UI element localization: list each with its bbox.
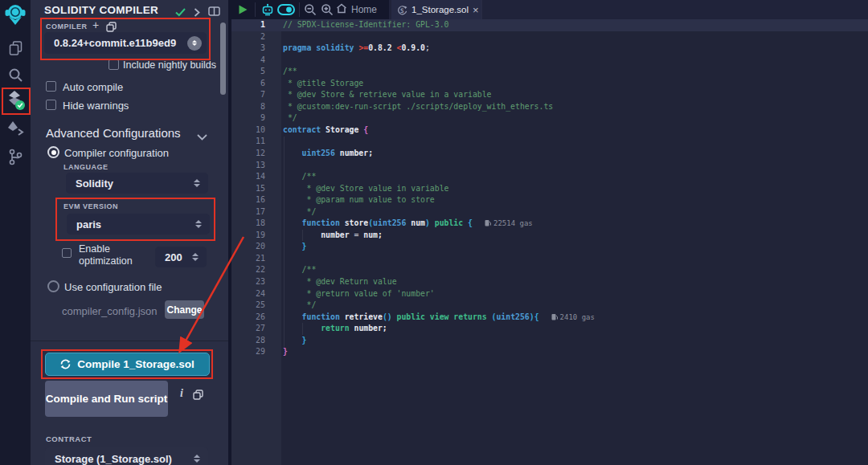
code-text: return number;: [281, 323, 387, 335]
info-icon[interactable]: i: [180, 387, 183, 400]
code-text: }: [281, 335, 307, 347]
tab-1-storage-sol[interactable]: S 1_Storage.sol ×: [391, 0, 482, 19]
compiler-configuration-label: Compiler configuration: [64, 147, 169, 159]
runs-stepper-icon: [191, 253, 199, 261]
code-line: 4: [231, 55, 868, 67]
line-number: 17: [231, 206, 281, 218]
solidity-compiler-icon[interactable]: [0, 89, 31, 111]
sol-icon-letter: S: [400, 6, 404, 14]
hide-warnings-label: Hide warnings: [63, 100, 129, 112]
compiled-check-icon: [175, 6, 186, 20]
panel-scrollbar[interactable]: [220, 22, 226, 95]
code-line: 23 * @dev Return value: [231, 276, 868, 288]
line-number: 5: [231, 66, 281, 78]
code-text: [281, 253, 283, 265]
toolbar-separator: [299, 2, 300, 17]
file-explorer-icon[interactable]: [0, 40, 31, 55]
pin-panel-icon[interactable]: [208, 5, 220, 19]
line-number: 21: [231, 253, 281, 265]
line-number: 18: [231, 218, 281, 230]
code-lines: 1// SPDX-License-Identifier: GPL-3.023pr…: [231, 19, 868, 358]
compiler-configuration-radio[interactable]: [47, 146, 59, 158]
chevron-down-icon[interactable]: [197, 129, 207, 144]
panel-divider: [31, 341, 228, 341]
solidity-compiler-panel: SOLIDITY COMPILER COMPILER + 0.8.24+comm…: [31, 0, 228, 465]
line-number: 20: [231, 241, 281, 253]
compile-button[interactable]: Compile 1_Storage.sol: [45, 353, 210, 376]
code-line: 22 /**: [231, 264, 868, 276]
code-line: 10contract Storage {: [231, 124, 868, 137]
code-text: // SPDX-License-Identifier: GPL-3.0: [281, 19, 448, 31]
auto-compile-checkbox[interactable]: [46, 81, 56, 92]
editor-top-bar: Home S 1_Storage.sol ×: [228, 0, 868, 19]
code-text: * @dev Store value in variable: [281, 183, 448, 195]
remix-logo-icon[interactable]: [0, 3, 31, 26]
hide-warnings-checkbox[interactable]: [46, 100, 56, 110]
evm-version-select[interactable]: paris: [67, 214, 210, 235]
change-config-button[interactable]: Change: [165, 300, 204, 319]
advanced-configurations-title[interactable]: Advanced Configurations: [46, 126, 181, 140]
line-number: 23: [231, 276, 281, 288]
evm-version-label: EVM VERSION: [63, 202, 118, 210]
nightly-builds-checkbox[interactable]: [108, 59, 119, 70]
code-line: 12 uint256 number;: [231, 148, 868, 160]
line-number: 2: [231, 31, 281, 43]
code-line: 28 }: [231, 335, 868, 347]
add-compiler-icon[interactable]: +: [92, 18, 99, 31]
compiler-label: COMPILER: [46, 22, 88, 31]
icon-rail: [0, 0, 31, 465]
compiler-version-select[interactable]: 0.8.24+commit.e11b9ed9: [44, 32, 207, 54]
code-text: function retrieve() public view returns …: [281, 312, 595, 324]
line-number: 10: [231, 124, 281, 137]
code-text: * @custom:dev-run-script ./scripts/deplo…: [281, 101, 553, 113]
deploy-run-icon[interactable]: [0, 120, 31, 136]
code-text: [281, 55, 283, 67]
optimization-runs-select[interactable]: 200: [155, 247, 207, 267]
line-number: 28: [231, 335, 281, 347]
code-line: 6 * @title Storage: [231, 78, 868, 90]
solidity-file-icon: S: [397, 5, 407, 15]
evm-stepper-icon: [194, 220, 203, 228]
code-line: 16 * @param num value to store: [231, 194, 868, 206]
code-line: 14 /**: [231, 171, 868, 183]
code-line: 29}: [231, 346, 868, 358]
zoom-in-icon[interactable]: [321, 3, 334, 19]
zoom-out-icon[interactable]: [304, 3, 317, 19]
code-text: }: [281, 241, 307, 253]
line-number: 22: [231, 264, 281, 276]
ai-toggle-icon[interactable]: [277, 4, 295, 18]
language-value: Solidity: [66, 177, 193, 190]
ai-assistant-robot-icon[interactable]: [261, 3, 274, 19]
code-text: */: [281, 206, 316, 218]
code-line: 18 function store(uint256 num) public {2…: [231, 218, 868, 230]
chevron-right-icon[interactable]: [194, 6, 200, 20]
code-line: 9 */: [231, 112, 868, 124]
code-line: 24 * @return value of 'number': [231, 288, 868, 300]
git-branch-icon[interactable]: [0, 149, 31, 165]
run-script-play-icon[interactable]: [238, 4, 248, 18]
line-number: 24: [231, 288, 281, 300]
code-line: 15 * @dev Store value in variable: [231, 183, 868, 195]
enable-optimization-checkbox[interactable]: [62, 248, 72, 258]
search-icon[interactable]: [0, 67, 31, 83]
home-tab[interactable]: Home: [336, 0, 377, 19]
code-text: uint256 number;: [281, 148, 373, 160]
code-text: */: [281, 300, 316, 312]
copy-icon[interactable]: [193, 389, 203, 403]
code-editor[interactable]: 1// SPDX-License-Identifier: GPL-3.023pr…: [228, 19, 868, 465]
compile-and-run-button[interactable]: Compile and Run script: [45, 381, 168, 417]
tab-close-icon[interactable]: ×: [473, 5, 479, 15]
contract-select[interactable]: Storage (1_Storage.sol): [45, 447, 208, 465]
evm-version-value: paris: [67, 218, 194, 230]
line-number: 3: [231, 43, 281, 55]
line-number: 7: [231, 89, 281, 101]
code-line: 5/**: [231, 66, 868, 78]
compiler-version-value: 0.8.24+commit.e11b9ed9: [44, 37, 187, 49]
code-text: * @param num value to store: [281, 194, 435, 206]
line-number: 4: [231, 55, 281, 67]
code-text: /**: [281, 171, 316, 183]
language-select[interactable]: Solidity: [66, 173, 208, 194]
code-text: [281, 31, 283, 43]
use-config-file-radio[interactable]: [47, 280, 59, 292]
code-text: /**: [281, 66, 297, 78]
